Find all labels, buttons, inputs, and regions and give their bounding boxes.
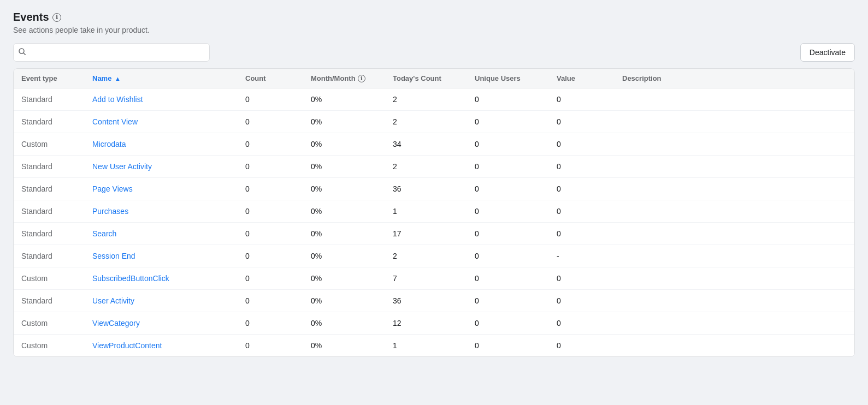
cell-value: 0 [549,267,615,290]
table-row: StandardSession End00%20- [14,245,854,267]
cell-event-type: Custom [14,335,85,357]
col-header-count: Count [238,69,303,88]
cell-description [615,111,854,133]
cell-event-type: Standard [14,223,85,245]
cell-count: 0 [238,133,303,156]
cell-event-type: Standard [14,290,85,312]
cell-month-month: 0% [303,267,385,290]
sort-asc-icon: ▲ [115,75,121,82]
table-row: CustomSubscribedButtonClick00%700 [14,267,854,290]
table-row: StandardNew User Activity00%200 [14,156,854,178]
col-header-value: Value [549,69,615,88]
cell-count: 0 [238,200,303,223]
event-name-link[interactable]: Microdata [92,140,126,148]
cell-todays-count: 36 [385,290,467,312]
cell-month-month: 0% [303,223,385,245]
cell-name: Page Views [85,178,238,200]
event-name-link[interactable]: ViewProductContent [92,341,162,350]
cell-description [615,290,854,312]
cell-month-month: 0% [303,312,385,335]
cell-event-type: Standard [14,111,85,133]
cell-unique-users: 0 [467,312,549,335]
cell-description [615,312,854,335]
cell-unique-users: 0 [467,133,549,156]
table-row: CustomViewCategory00%1200 [14,312,854,335]
cell-event-type: Custom [14,133,85,156]
col-header-month-month: Month/Month ℹ [303,69,385,88]
cell-month-month: 0% [303,335,385,357]
cell-month-month: 0% [303,156,385,178]
cell-name: User Activity [85,290,238,312]
cell-todays-count: 2 [385,245,467,267]
cell-todays-count: 2 [385,88,467,111]
cell-description [615,335,854,357]
cell-count: 0 [238,312,303,335]
cell-unique-users: 0 [467,156,549,178]
cell-value: 0 [549,178,615,200]
cell-value: 0 [549,133,615,156]
page-container: Events ℹ See actions people take in your… [0,0,868,405]
cell-todays-count: 1 [385,200,467,223]
cell-count: 0 [238,178,303,200]
event-name-link[interactable]: New User Activity [92,162,152,171]
event-name-link[interactable]: Add to Wishlist [92,95,143,104]
search-input[interactable] [13,43,210,62]
cell-month-month: 0% [303,245,385,267]
cell-name: New User Activity [85,156,238,178]
cell-month-month: 0% [303,200,385,223]
event-name-link[interactable]: SubscribedButtonClick [92,274,169,283]
cell-name: Search [85,223,238,245]
table-row: StandardUser Activity00%3600 [14,290,854,312]
cell-count: 0 [238,290,303,312]
cell-name: Add to Wishlist [85,88,238,111]
events-table-container: Event type Name ▲ Count Month/Month ℹ To… [13,68,855,357]
svg-line-1 [23,53,26,55]
cell-value: 0 [549,88,615,111]
cell-unique-users: 0 [467,290,549,312]
cell-unique-users: 0 [467,335,549,357]
page-title: Events ℹ [13,11,855,23]
col-header-unique-users: Unique Users [467,69,549,88]
event-name-link[interactable]: Content View [92,117,138,126]
col-header-name[interactable]: Name ▲ [85,69,238,88]
event-name-link[interactable]: ViewCategory [92,319,140,327]
cell-event-type: Standard [14,88,85,111]
cell-value: 0 [549,156,615,178]
table-row: StandardPage Views00%3600 [14,178,854,200]
cell-value: 0 [549,111,615,133]
cell-value: 0 [549,335,615,357]
event-name-link[interactable]: Session End [92,252,135,260]
page-subtitle: See actions people take in your product. [13,26,855,34]
event-name-link[interactable]: Purchases [92,207,128,216]
cell-description [615,200,854,223]
cell-unique-users: 0 [467,178,549,200]
search-container [13,43,210,62]
col-header-event-type: Event type [14,69,85,88]
cell-count: 0 [238,335,303,357]
cell-todays-count: 17 [385,223,467,245]
cell-count: 0 [238,267,303,290]
month-info-icon[interactable]: ℹ [358,75,365,82]
event-name-link[interactable]: Page Views [92,184,133,193]
cell-value: - [549,245,615,267]
cell-description [615,267,854,290]
cell-value: 0 [549,312,615,335]
cell-unique-users: 0 [467,267,549,290]
cell-unique-users: 0 [467,245,549,267]
deactivate-button[interactable]: Deactivate [800,43,855,62]
cell-todays-count: 36 [385,178,467,200]
cell-description [615,88,854,111]
table-header: Event type Name ▲ Count Month/Month ℹ To… [14,69,854,88]
table-row: StandardContent View00%200 [14,111,854,133]
cell-month-month: 0% [303,88,385,111]
cell-unique-users: 0 [467,223,549,245]
cell-value: 0 [549,290,615,312]
event-name-link[interactable]: Search [92,229,116,238]
cell-count: 0 [238,245,303,267]
cell-name: Microdata [85,133,238,156]
cell-name: Session End [85,245,238,267]
table-body: StandardAdd to Wishlist00%200StandardCon… [14,88,854,357]
cell-event-type: Standard [14,200,85,223]
title-info-icon[interactable]: ℹ [52,13,61,22]
event-name-link[interactable]: User Activity [92,296,134,305]
